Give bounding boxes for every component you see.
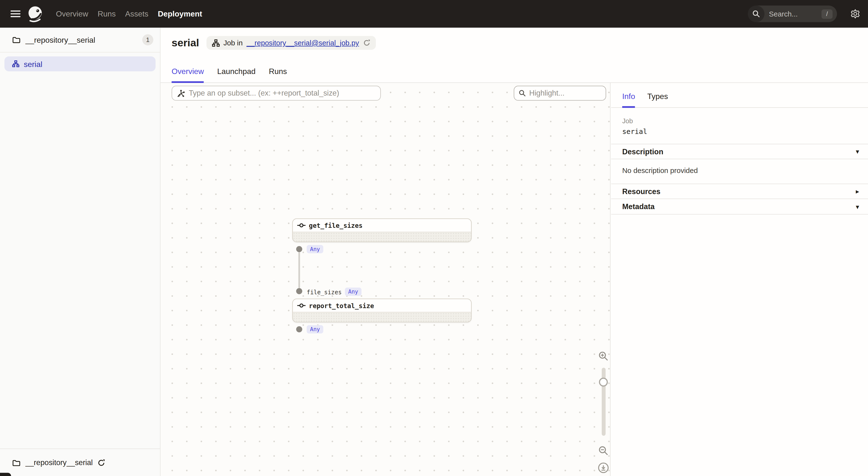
job-context-pill: Job in __repository__serial@serial_job.p… bbox=[206, 36, 375, 50]
edge-get-file-sizes-to-report-total-size bbox=[299, 252, 300, 288]
job-context-prefix: Job in bbox=[223, 39, 243, 47]
global-search[interactable]: Search... / bbox=[748, 6, 837, 22]
search-placeholder: Search... bbox=[769, 10, 822, 18]
section-title: Description bbox=[622, 147, 663, 156]
folder-icon bbox=[12, 36, 21, 44]
search-shortcut-badge: / bbox=[822, 9, 833, 19]
reload-job-icon[interactable] bbox=[363, 39, 370, 46]
info-panel: Info Types Job serial Description ▾ No d… bbox=[611, 83, 868, 476]
op-node-get-file-sizes[interactable]: get_file_sizes bbox=[292, 218, 471, 242]
job-icon bbox=[12, 60, 20, 67]
op-node-body bbox=[293, 312, 471, 322]
tab-types[interactable]: Types bbox=[647, 92, 668, 108]
zoom-in-icon[interactable] bbox=[598, 351, 609, 361]
op-icon bbox=[297, 223, 306, 228]
folder-icon bbox=[12, 459, 21, 467]
op-node-title: get_file_sizes bbox=[293, 219, 471, 232]
section-header-description[interactable]: Description ▾ bbox=[611, 144, 868, 159]
section-title: Metadata bbox=[622, 202, 654, 211]
job-summary: Job serial bbox=[611, 108, 868, 144]
output-type-badge[interactable]: Any bbox=[307, 245, 323, 253]
op-node-report-total-size[interactable]: report_total_size bbox=[292, 299, 471, 322]
section-header-metadata[interactable]: Metadata ▾ bbox=[611, 199, 868, 215]
tab-launchpad[interactable]: Launchpad bbox=[217, 67, 255, 83]
reload-repository-icon[interactable] bbox=[97, 459, 105, 467]
op-subset-filter[interactable] bbox=[172, 86, 381, 101]
output-type-badge[interactable]: Any bbox=[307, 325, 323, 333]
section-header-resources[interactable]: Resources ▸ bbox=[611, 184, 868, 199]
primary-nav: Overview Runs Assets Deployment bbox=[56, 9, 202, 18]
op-node-name: get_file_sizes bbox=[309, 222, 363, 229]
info-panel-tabs: Info Types bbox=[611, 83, 868, 108]
input-port-file-sizes bbox=[296, 288, 302, 294]
job-label: Job bbox=[622, 117, 857, 125]
search-icon bbox=[519, 90, 526, 97]
op-graph-canvas[interactable]: get_file_sizes Any file_sizes Any report… bbox=[160, 83, 611, 476]
download-image-icon[interactable] bbox=[598, 462, 609, 473]
hamburger-menu-icon[interactable] bbox=[10, 10, 21, 18]
job-name-value: serial bbox=[622, 127, 857, 135]
zoom-slider-handle[interactable] bbox=[599, 378, 608, 386]
op-selector-icon bbox=[177, 89, 185, 97]
job-header: serial Job in __repository__serial@seria… bbox=[160, 28, 868, 83]
op-node-title: report_total_size bbox=[293, 299, 471, 312]
sidebar-repository-row[interactable]: __repository__serial 1 bbox=[0, 28, 160, 53]
tab-runs[interactable]: Runs bbox=[269, 67, 287, 83]
dagster-logo[interactable] bbox=[27, 5, 44, 23]
search-icon bbox=[748, 6, 764, 22]
nav-item-assets[interactable]: Assets bbox=[125, 9, 148, 18]
job-icon bbox=[212, 39, 220, 47]
title-row: serial Job in __repository__serial@seria… bbox=[172, 36, 376, 50]
chevron-down-icon: ▾ bbox=[856, 148, 859, 156]
footer-repository-name: __repository__serial bbox=[26, 458, 93, 467]
sidebar-item-label: serial bbox=[24, 60, 42, 68]
page-title: serial bbox=[172, 37, 199, 49]
op-node-body bbox=[293, 232, 471, 242]
nav-item-overview[interactable]: Overview bbox=[56, 9, 88, 18]
op-icon bbox=[297, 303, 306, 308]
sidebar-item-serial[interactable]: serial bbox=[4, 56, 155, 71]
description-content: No description provided bbox=[611, 159, 868, 183]
sidebar-footer: __repository__serial bbox=[0, 449, 160, 476]
highlight-input[interactable] bbox=[529, 89, 606, 97]
job-count-badge: 1 bbox=[142, 34, 154, 45]
input-port-label: file_sizes bbox=[307, 289, 342, 296]
nav-item-runs[interactable]: Runs bbox=[98, 9, 116, 18]
nav-item-deployment[interactable]: Deployment bbox=[158, 9, 202, 18]
output-port-report-total-size bbox=[296, 326, 302, 332]
section-title: Resources bbox=[622, 187, 660, 196]
repository-name: __repository__serial bbox=[26, 35, 142, 44]
toast-corner bbox=[0, 473, 11, 476]
op-node-name: report_total_size bbox=[309, 302, 374, 309]
chevron-right-icon: ▸ bbox=[856, 188, 859, 195]
tab-overview[interactable]: Overview bbox=[172, 67, 204, 83]
tab-info[interactable]: Info bbox=[622, 92, 635, 108]
sidebar: __repository__serial 1 serial __reposito… bbox=[0, 28, 160, 476]
chevron-down-icon: ▾ bbox=[856, 203, 859, 210]
op-subset-input[interactable] bbox=[189, 89, 380, 97]
dagster-app: Overview Runs Assets Deployment Search..… bbox=[0, 0, 868, 476]
job-tabs: Overview Launchpad Runs bbox=[172, 67, 287, 83]
top-navbar: Overview Runs Assets Deployment Search..… bbox=[0, 0, 868, 28]
input-type-badge[interactable]: Any bbox=[345, 287, 362, 296]
job-file-link[interactable]: __repository__serial@serial_job.py bbox=[247, 39, 359, 47]
output-port-get-file-sizes bbox=[296, 246, 302, 252]
highlight-filter[interactable] bbox=[514, 86, 606, 101]
gear-icon[interactable] bbox=[850, 9, 860, 19]
zoom-out-icon[interactable] bbox=[598, 446, 609, 455]
